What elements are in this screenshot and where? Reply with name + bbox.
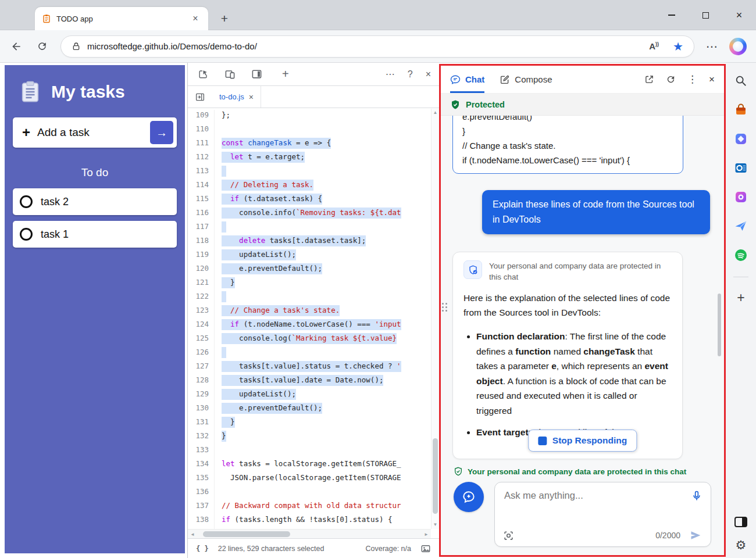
line-number: 122 [188,291,215,305]
code-line[interactable]: 109}; [188,110,431,124]
chat-input[interactable] [504,490,676,501]
outlook-icon[interactable] [733,160,748,176]
code-line[interactable]: 116 console.info(`Removing tasks: ${t.da… [188,208,431,221]
scroll-down-icon[interactable]: ▼ [432,521,439,529]
code-editor[interactable]: 109};110 111const changeTask = e => {112… [188,109,431,529]
scroll-up-icon[interactable]: ▲ [432,109,439,117]
line-number: 126 [188,347,215,361]
file-tab-close-icon[interactable]: × [249,92,254,102]
scroll-left-icon[interactable]: ◄ [188,530,197,539]
screenshot-icon[interactable] [503,530,514,541]
code-line[interactable]: 115 if (t.dataset.task) { [188,194,431,208]
microphone-icon[interactable] [691,490,702,504]
sidebar-toggle-icon[interactable] [734,517,747,527]
code-line[interactable]: 124 if (t.nodeName.toLowerCase() === 'in… [188,319,431,333]
back-icon[interactable] [9,40,23,53]
inspect-icon[interactable] [196,67,210,81]
code-line[interactable]: 132} [188,431,431,445]
favorite-star-icon[interactable]: ★ [673,41,683,52]
code-line[interactable]: 120 e.preventDefault(); [188,263,431,277]
designer-icon[interactable] [733,189,748,205]
m365-copilot-icon[interactable] [733,131,748,146]
tab-chat[interactable]: Chat [450,66,484,93]
editor-vertical-scrollbar[interactable]: ▲ ▼ [431,109,439,529]
code-line[interactable]: 133 [188,445,431,459]
drop-icon[interactable] [733,219,748,234]
tab-close-icon[interactable]: × [190,13,201,24]
code-line[interactable]: 134let tasks = localStorage.getItem(STOR… [188,459,431,473]
search-icon[interactable] [733,73,748,88]
code-line[interactable]: 138if (tasks.length && !tasks[0].status)… [188,514,431,528]
editor-horizontal-scrollbar[interactable]: ◄ ► [188,529,431,538]
code-line[interactable]: 125 console.log(`Marking task ${t.value} [188,333,431,347]
code-line[interactable]: 117 [188,221,431,235]
code-line[interactable]: 110 [188,124,431,138]
chat-scrollbar-thumb[interactable] [718,294,721,356]
new-tab-button[interactable]: + [216,10,233,27]
panel-resize-handle[interactable] [442,303,447,312]
code-line[interactable]: 129 updateList(); [188,389,431,403]
image-icon[interactable] [420,543,431,554]
code-line[interactable]: 122 [188,291,431,305]
stop-responding-button[interactable]: Stop Responding [528,430,637,452]
code-line[interactable]: 127 tasks[t.value].status = t.checked ? … [188,361,431,375]
devtools-close-icon[interactable]: × [426,69,431,80]
chat-scroll-area[interactable]: e.preventDefault()}// Change a task's st… [441,116,724,461]
code-line[interactable]: 128 tasks[t.value].date = Date.now(); [188,375,431,389]
send-icon[interactable] [690,530,701,541]
task-checkbox[interactable] [20,228,33,241]
shield-check-small-icon [454,467,463,476]
refresh-icon[interactable] [35,40,49,53]
scroll-right-icon[interactable]: ► [422,530,431,539]
pretty-print-icon[interactable]: { } [196,545,209,553]
add-sidebar-app-icon[interactable]: + [737,291,744,305]
code-line[interactable]: 118 delete tasks[t.dataset.task]; [188,235,431,249]
code-line[interactable]: 130 e.preventDefault(); [188,403,431,417]
new-topic-button[interactable] [454,482,484,512]
code-line[interactable]: 123 // Change a task's state. [188,305,431,319]
chat-input-box[interactable]: 0/2000 [494,482,711,547]
task-checkbox[interactable] [20,195,33,208]
settings-gear-icon[interactable]: ⚙ [736,539,747,551]
spotify-icon[interactable] [733,248,748,263]
read-aloud-icon[interactable]: A)) [649,41,659,51]
code-line[interactable]: 119 updateList(); [188,249,431,263]
devtools-status-bar: { } 22 lines, 529 characters selected Co… [188,538,439,558]
help-icon[interactable]: ? [408,69,413,80]
code-line[interactable]: 135 JSON.parse(localStorage.getItem(STOR… [188,473,431,487]
code-line[interactable]: 136 [188,487,431,500]
minimize-button[interactable] [655,0,689,30]
dock-side-icon[interactable] [249,67,263,81]
url-bar[interactable]: microsoftedge.github.io/Demos/demo-to-do… [60,35,694,58]
close-window-button[interactable]: × [722,0,756,30]
copilot-icon[interactable] [729,38,747,55]
devtools-more-icon[interactable]: ⋯ [386,69,395,80]
kebab-menu-icon[interactable]: ⋮ [687,73,697,85]
task-item[interactable]: task 2 [13,188,177,215]
task-item[interactable]: task 1 [13,221,177,248]
submit-task-button[interactable]: → [150,121,173,144]
code-line[interactable]: 126 [188,347,431,361]
code-line[interactable]: 114 // Deleting a task. [188,180,431,194]
horizontal-scroll-thumb[interactable] [203,531,290,537]
open-in-window-icon[interactable] [644,74,654,84]
add-panel-icon[interactable]: + [282,67,289,81]
code-line[interactable]: 112 let t = e.target; [188,152,431,166]
add-task-button[interactable]: + Add a task → [13,117,177,148]
code-line[interactable]: 121 } [188,277,431,291]
file-tab[interactable]: to-do.js × [212,86,261,108]
device-toolbar-icon[interactable] [223,67,237,81]
maximize-button[interactable] [689,0,722,30]
code-line[interactable]: 113 [188,166,431,180]
shopping-icon[interactable] [733,102,748,117]
code-line[interactable]: 137// Backward compat with old data stru… [188,500,431,514]
refresh-chat-icon[interactable] [666,74,676,84]
vertical-scroll-thumb[interactable] [433,438,438,514]
navigator-toggle-icon[interactable] [188,92,212,102]
tab-compose[interactable]: Compose [500,66,552,93]
close-copilot-icon[interactable]: × [709,74,715,85]
code-line[interactable]: 111const changeTask = e => { [188,138,431,152]
browser-menu-icon[interactable]: ⋯ [706,40,718,53]
browser-tab[interactable]: TODO app × [35,7,208,30]
code-line[interactable]: 131 } [188,417,431,431]
